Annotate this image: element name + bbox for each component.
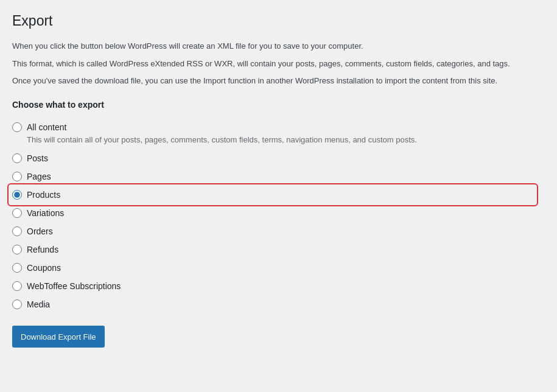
description-2: This format, which is called WordPress e… [12, 58, 536, 71]
radio-media[interactable] [12, 299, 22, 309]
radio-item-products[interactable]: Products [10, 186, 536, 204]
radio-item-posts[interactable]: Posts [12, 149, 536, 167]
download-export-button[interactable]: Download Export File [12, 326, 105, 348]
radio-coupons[interactable] [12, 263, 22, 273]
radio-label-variations: Variations [27, 208, 64, 218]
radio-orders[interactable] [12, 226, 22, 236]
radio-label-orders: Orders [27, 226, 53, 236]
description-1: When you click the button below WordPres… [12, 40, 536, 53]
radio-all-content[interactable] [12, 122, 22, 132]
radio-label-media: Media [27, 299, 50, 309]
radio-label-posts: Posts [27, 153, 48, 163]
radio-item-variations[interactable]: Variations [12, 204, 536, 222]
radio-label-webtoffee-subscriptions: WebToffee Subscriptions [27, 281, 121, 291]
radio-item-pages[interactable]: Pages [12, 167, 536, 186]
radio-pages[interactable] [12, 172, 22, 181]
all-content-description: This will contain all of your posts, pag… [27, 135, 536, 144]
radio-label-coupons: Coupons [27, 263, 61, 273]
radio-label-refunds: Refunds [27, 245, 58, 254]
radio-refunds[interactable] [12, 245, 22, 254]
radio-label-all-content: All content [27, 122, 66, 132]
radio-webtoffee-subscriptions[interactable] [12, 281, 22, 291]
description-3: Once you've saved the download file, you… [12, 75, 536, 88]
radio-label-products: Products [27, 190, 60, 200]
radio-posts[interactable] [12, 153, 22, 163]
radio-item-coupons[interactable]: Coupons [12, 259, 536, 277]
radio-item-webtoffee-subscriptions[interactable]: WebToffee Subscriptions [12, 277, 536, 295]
radio-item-all-content[interactable]: All content [12, 118, 536, 136]
radio-item-orders[interactable]: Orders [12, 222, 536, 240]
radio-item-refunds[interactable]: Refunds [12, 240, 536, 259]
radio-variations[interactable] [12, 208, 22, 218]
radio-label-pages: Pages [27, 172, 51, 181]
section-title: Choose what to export [12, 100, 536, 110]
page-title: Export [12, 12, 536, 30]
radio-item-media[interactable]: Media [12, 295, 536, 313]
export-page: Export When you click the button below W… [0, 0, 548, 360]
radio-products[interactable] [12, 190, 22, 200]
export-options-group: All content This will contain all of you… [12, 118, 536, 313]
